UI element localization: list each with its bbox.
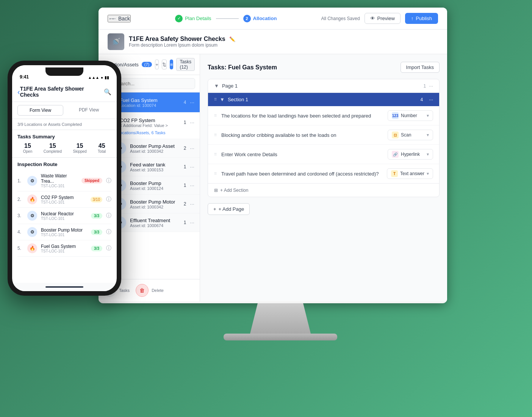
- fuel-gas-menu[interactable]: ···: [190, 99, 194, 105]
- task-type-scan[interactable]: ⊡ Scan ▾: [388, 130, 433, 140]
- route-info-btn-1[interactable]: ⓘ: [106, 177, 111, 184]
- chevron-down-icon: ▾: [427, 171, 429, 176]
- phone-search-button[interactable]: 🔍: [104, 88, 111, 96]
- section-header: ⠿ ▼ Section 1 4 ···: [208, 93, 439, 106]
- stat-open-label: Open: [23, 149, 32, 154]
- co2-name: CO2 FP System: [120, 118, 168, 123]
- sort-button[interactable]: ⇅: [162, 60, 167, 69]
- page-header-left: ▼ Page 1: [214, 83, 238, 89]
- feed-water-name: Feed water tank: [130, 162, 165, 168]
- effluent-count: 1: [184, 220, 186, 225]
- page-label: Page 1: [222, 83, 238, 89]
- route-id-3: TST-LOC-101: [41, 216, 87, 221]
- route-info-3: Nuclear Reactor TST-LOC-101: [41, 211, 87, 221]
- route-id-2: TST-LOC-101: [41, 200, 87, 204]
- page-header: ▼ Page 1 1 ···: [208, 79, 439, 93]
- tab-pdf-view[interactable]: PDF View: [66, 105, 111, 116]
- stat-open-num: 15: [23, 143, 32, 149]
- route-icon-4: ⚙: [27, 227, 37, 237]
- route-info-btn-2[interactable]: ⓘ: [106, 196, 111, 203]
- fuel-gas-info: Fuel Gas System Location id: 100074: [120, 97, 158, 108]
- tab-form-view[interactable]: Form View: [17, 105, 63, 116]
- page-menu[interactable]: ···: [429, 83, 433, 89]
- view-toggle-button[interactable]: ≡: [170, 60, 174, 69]
- route-info-btn-5[interactable]: ⓘ: [106, 245, 111, 252]
- page-block: ▼ Page 1 1 ··· ⠿ ▼ Section 1 4: [208, 79, 440, 197]
- upload-icon: ↑: [411, 16, 414, 21]
- phone-tabs: Form View PDF View: [12, 102, 117, 119]
- signal-icon: ●: [101, 75, 103, 80]
- stat-total-num: 45: [98, 143, 106, 149]
- stat-skipped-label: Skipped: [73, 149, 87, 154]
- delete-button[interactable]: 🗑: [136, 284, 149, 297]
- booster-pump2-name: Booster Pump: [130, 180, 163, 186]
- form-description: Form description Lorem Ipsum dolom ipsum: [129, 42, 235, 48]
- route-id-5: TST-LOC-101: [41, 249, 87, 253]
- effluent-info: Effluent Treatment Asset id: 1000674: [130, 218, 170, 228]
- wifi-icon: ▲▲▲: [88, 75, 99, 80]
- stat-completed-label: Completed: [44, 149, 62, 154]
- route-num-1: 1.: [17, 178, 23, 183]
- task-type-hyperlink[interactable]: 🔗 Hyperlink ▾: [388, 149, 433, 160]
- route-info-btn-4[interactable]: ⓘ: [106, 229, 111, 235]
- route-item-4[interactable]: 4. ⚙ Booster Pump Motor TST-LOC-101 3/3 …: [17, 224, 111, 240]
- phone-back-button[interactable]: ‹: [17, 88, 20, 96]
- edit-icon[interactable]: ✏️: [229, 36, 235, 42]
- type-scan-inner: ⊡ Scan: [392, 132, 411, 138]
- feed-water-count: 1: [184, 164, 186, 169]
- route-item-3[interactable]: 3. ⚙ Nuclear Reactor TST-LOC-101 3/3 ⓘ: [17, 208, 111, 224]
- phone-time: 9:41: [20, 74, 29, 80]
- booster-pump-menu[interactable]: ···: [190, 145, 194, 151]
- scan-type-icon: ⊡: [392, 132, 399, 138]
- add-page-button[interactable]: + + Add Page: [208, 203, 250, 215]
- task-type-text[interactable]: T Text answer ▾: [387, 168, 433, 179]
- section-menu[interactable]: ···: [429, 97, 433, 102]
- co2-info: CO2 FP System < Additional Field: Value …: [120, 118, 168, 128]
- chevron-down-icon: ▾: [427, 152, 429, 157]
- feed-water-menu[interactable]: ···: [190, 164, 194, 170]
- add-asset-button[interactable]: +: [155, 60, 159, 69]
- booster-motor-menu[interactable]: ···: [190, 201, 194, 207]
- form-subheader: 🚿 T1FE Area Safety Shower Checks ✏️ Form…: [99, 30, 447, 54]
- task-type-number[interactable]: 123 Number ▾: [388, 110, 433, 121]
- route-item-2[interactable]: 2. 🔥 CO2 FP System TST-LOC-101 3/10 ⓘ: [17, 191, 111, 208]
- route-name-4: Booster Pump Motor: [41, 227, 87, 233]
- booster-pump2-menu[interactable]: ···: [190, 182, 194, 188]
- stat-completed-num: 15: [44, 143, 62, 149]
- route-item-5[interactable]: 5. 🔥 Fuel Gas System TST-LOC-101 3/3 ⓘ: [17, 240, 111, 257]
- task-text-3: Enter Work centre Details: [221, 152, 383, 157]
- stat-completed: 15 Completed: [44, 143, 62, 154]
- add-page-label: + Add Page: [219, 206, 244, 212]
- phone-progress: 3/9 Locations or Assets Completed: [12, 119, 117, 130]
- step1-check-icon: ✓: [175, 15, 183, 22]
- app-header: ← ← Back ✓ Plan Details 2 Allocation All…: [99, 8, 447, 30]
- type-scan-label: Scan: [401, 132, 411, 138]
- route-item-1[interactable]: 1. ⚙ Waste Water Trea... TST-LOC-101 Ski…: [17, 170, 111, 191]
- step-connector: [216, 18, 239, 19]
- route-title: Inspection Route: [17, 161, 111, 167]
- route-badge-4: 3/3: [91, 229, 102, 235]
- home-indicator: [45, 286, 83, 288]
- preview-label: Preview: [377, 16, 395, 21]
- preview-button[interactable]: 👁 Preview: [365, 13, 401, 24]
- import-tasks-button[interactable]: Import Tasks: [401, 62, 440, 73]
- back-button[interactable]: ← ← Back: [108, 15, 131, 22]
- booster-motor-name: Booster Pump Motor: [130, 199, 175, 205]
- stat-open: 15 Open: [23, 143, 32, 154]
- effluent-menu[interactable]: ···: [190, 219, 194, 226]
- publish-label: Publish: [416, 16, 432, 21]
- add-section-button[interactable]: ⊞ + Add Section: [208, 183, 439, 197]
- route-info-btn-3[interactable]: ⓘ: [106, 212, 111, 219]
- add-task-label: Tasks: [119, 288, 130, 293]
- route-id-4: TST-LOC-101: [41, 233, 87, 237]
- phone-route: Inspection Route 1. ⚙ Waste Water Trea..…: [12, 158, 117, 260]
- delete-label: Delete: [152, 288, 164, 293]
- phone-nav: ‹ T1FE Area Safety Shower Checks 🔍: [12, 82, 117, 102]
- monitor-stand: [243, 303, 318, 334]
- task-drag-icon: ⠿: [214, 152, 217, 157]
- eye-icon: 👁: [370, 16, 375, 21]
- progress-steps: ✓ Plan Details 2 Allocation: [175, 15, 277, 22]
- co2-menu[interactable]: ···: [190, 119, 194, 125]
- publish-button[interactable]: ↑ Publish: [405, 13, 438, 24]
- booster-motor-info: Booster Pump Motor Asset id: 1000342: [130, 199, 175, 209]
